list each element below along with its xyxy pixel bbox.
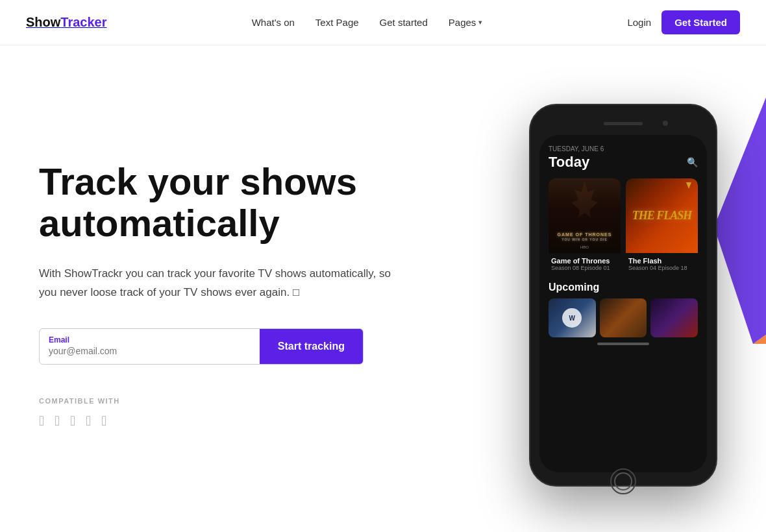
got-throne-silhouette	[569, 182, 601, 234]
flash-poster: THE FLASH	[626, 178, 698, 253]
phone-home-bar	[597, 343, 649, 345]
upcoming-grid: W	[549, 298, 698, 337]
phone-screen-content: TUESDAY, JUNE 6 Today 🔍 GAME OF THRONESY…	[539, 135, 707, 356]
phone-device: TUESDAY, JUNE 6 Today 🔍 GAME OF THRONESY…	[529, 104, 717, 487]
apple-icon-3: 	[70, 413, 75, 429]
get-started-button[interactable]: Get Started	[661, 10, 740, 34]
phone-camera	[663, 121, 668, 126]
nav-whats-on[interactable]: What's on	[252, 17, 295, 28]
got-title-overlay: GAME OF THRONESYOU WIN OR YOU DIE	[549, 232, 621, 241]
hero-form: Email Start tracking	[39, 328, 364, 365]
phone-top-bar	[539, 114, 707, 132]
nav-text-page[interactable]: Text Page	[315, 17, 359, 28]
nav-pages-dropdown[interactable]: Pages ▾	[449, 17, 483, 28]
apple-icons-row:     	[39, 413, 402, 429]
phone-today-row: Today 🔍	[549, 154, 698, 171]
flash-show-title: The Flash	[628, 257, 695, 265]
hero-section: Track your shows automatically With Show…	[0, 45, 766, 532]
apple-icon-4: 	[86, 413, 91, 429]
start-tracking-button[interactable]: Start tracking	[260, 329, 363, 364]
got-info: Game of Thrones Season 08 Episode 01	[549, 253, 621, 275]
logo[interactable]: ShowTracker	[26, 15, 107, 30]
nav-pages-label: Pages	[449, 17, 476, 28]
flash-title-overlay: THE FLASH	[632, 209, 692, 223]
hero-content-left: Track your shows automatically With Show…	[39, 161, 402, 429]
show-card-flash: THE FLASH The Flash Season 04 Episode 18	[626, 178, 698, 275]
upcoming-card-show2	[600, 298, 647, 337]
got-poster: GAME OF THRONESYOU WIN OR YOU DIE HBO	[549, 178, 621, 253]
phone-bottom-bar	[539, 472, 707, 490]
flash-show-episode: Season 04 Episode 18	[628, 265, 695, 271]
upcoming-card-westworld: W	[549, 298, 596, 337]
shows-grid: GAME OF THRONESYOU WIN OR YOU DIE HBO Ga…	[549, 178, 698, 275]
search-icon[interactable]: 🔍	[687, 157, 698, 167]
phone-upcoming-label: Upcoming	[549, 282, 698, 293]
apple-icon-5: 	[101, 413, 106, 429]
phone-screen: TUESDAY, JUNE 6 Today 🔍 GAME OF THRONESY…	[539, 135, 707, 472]
phone-today-label: Today	[549, 154, 589, 171]
got-network-label: HBO	[580, 245, 589, 249]
upcoming-card-show3	[650, 298, 698, 337]
apple-icon-1: 	[39, 413, 44, 429]
email-label: Email	[49, 335, 251, 345]
phone-home-button[interactable]	[610, 468, 636, 494]
chevron-down-icon: ▾	[478, 18, 482, 27]
westworld-logo: W	[562, 308, 582, 328]
login-button[interactable]: Login	[627, 17, 651, 28]
phone-home-inner	[614, 472, 632, 490]
logo-tracker: Tracker	[60, 15, 106, 29]
phone-date: TUESDAY, JUNE 6	[549, 145, 698, 152]
apple-icon-2: 	[55, 413, 60, 429]
got-show-episode: Season 08 Episode 01	[551, 265, 618, 271]
hero-description: With ShowTrackr you can track your favor…	[39, 265, 402, 302]
nav-right: Login Get Started	[627, 10, 740, 34]
westworld-poster: W	[549, 298, 596, 337]
logo-show: Show	[26, 15, 60, 29]
phone-speaker	[604, 122, 643, 125]
show2-poster	[600, 298, 647, 337]
navbar: ShowTracker What's on Text Page Get star…	[0, 0, 766, 45]
email-input[interactable]	[49, 345, 251, 357]
flash-info: The Flash Season 04 Episode 18	[626, 253, 698, 275]
email-field-wrapper: Email	[40, 329, 260, 364]
compatible-section: Compatible with     	[39, 397, 402, 429]
show3-poster	[650, 298, 698, 337]
lightning-icon	[686, 182, 691, 189]
phone-mockup-wrapper: TUESDAY, JUNE 6 Today 🔍 GAME OF THRONESY…	[519, 104, 727, 487]
nav-links: What's on Text Page Get started Pages ▾	[252, 17, 483, 28]
compatible-label: Compatible with	[39, 397, 402, 405]
nav-get-started[interactable]: Get started	[380, 17, 428, 28]
hero-title: Track your shows automatically	[39, 161, 402, 244]
got-show-title: Game of Thrones	[551, 257, 618, 265]
show-card-got: GAME OF THRONESYOU WIN OR YOU DIE HBO Ga…	[549, 178, 621, 275]
westworld-w-letter: W	[569, 315, 575, 322]
